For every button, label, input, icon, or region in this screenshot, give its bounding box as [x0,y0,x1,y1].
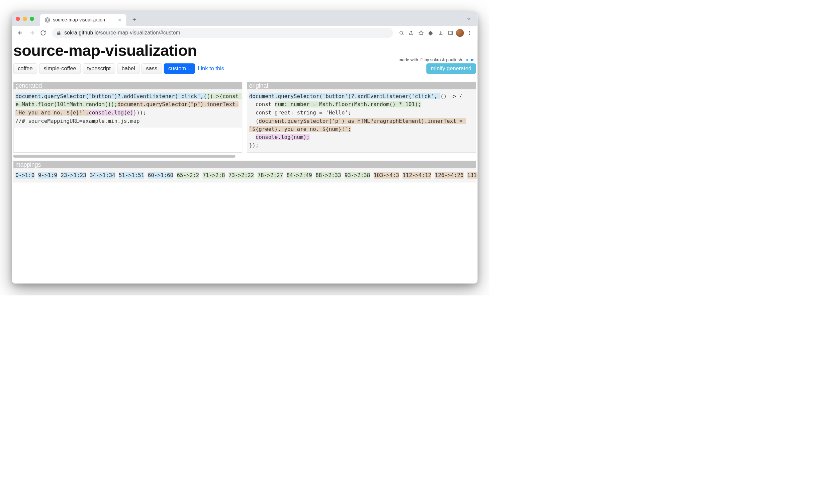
code-segment[interactable]: 101* [57,101,69,107]
maximize-window-button[interactable] [30,17,34,21]
code-segment[interactable] [249,134,256,140]
code-segment[interactable]: innerText= [207,101,239,107]
mapping-entry[interactable]: 51->1:51 [119,172,144,179]
code-segment[interactable]: ()=>{ [207,93,223,99]
code-segment[interactable]: floor( [335,101,354,107]
side-panel-icon[interactable] [446,28,455,37]
simple-coffee-button[interactable]: simple-coffee [39,63,81,74]
code-segment[interactable]: log( [281,134,294,140]
code-segment[interactable]: num); [294,134,310,140]
code-segment[interactable]: addEventListener( [124,93,178,99]
address-bar[interactable]: sokra.github.io/source-map-visualization… [52,28,393,38]
code-segment[interactable]: num: number = [274,101,319,107]
generated-code[interactable]: document.querySelector("button")?.addEve… [13,89,242,127]
downloads-icon[interactable] [436,28,445,37]
link-to-this[interactable]: Link to this [198,65,224,72]
code-segment[interactable]: `${greet}, you are no. ${ [249,126,329,132]
code-segment[interactable]: () => { [440,93,463,99]
mapping-entry[interactable]: 112->4:12 [403,172,431,179]
code-segment[interactable]: Math. [69,101,86,107]
minify-button[interactable]: minify generated [427,63,476,74]
mapping-entry[interactable]: 131->4:56 [467,172,477,179]
horizontal-scrollbar[interactable] [13,155,236,157]
code-segment[interactable]: querySelector( [287,118,332,123]
back-button[interactable] [16,28,25,38]
code-segment[interactable]: "click",( [178,93,207,99]
code-segment[interactable]: num}!`; [329,126,351,132]
search-icon[interactable] [397,28,406,37]
code-segment[interactable]: document. [259,118,287,123]
mapping-entry[interactable]: 0->1:0 [15,172,35,179]
mapping-entry[interactable]: 71->2:8 [203,172,225,179]
code-segment[interactable]: const greet: string = 'Hello'; [249,109,351,116]
code-segment[interactable]: Math. [354,101,370,107]
bookmark-star-icon[interactable] [417,28,426,37]
mapping-entry[interactable]: 88->2:33 [315,172,341,179]
code-segment[interactable]: 'p') as HTMLParagraphElement). [332,118,428,123]
code-segment[interactable]: })); [134,109,146,116]
code-segment[interactable]: random() * [370,101,405,107]
code-segment[interactable]: 101); [405,101,422,107]
mapping-entry[interactable]: 103->4:3 [374,172,399,179]
close-window-button[interactable] [16,17,20,21]
code-segment[interactable]: random()); [86,101,117,107]
sass-button[interactable]: sass [142,63,162,74]
code-segment[interactable]: Math. [319,101,335,107]
new-tab-button[interactable] [130,15,139,24]
typescript-button[interactable]: typescript [83,63,115,74]
svg-point-3 [469,31,470,32]
code-segment[interactable]: innerText = [428,118,466,123]
mapping-entry[interactable]: 93->2:38 [345,172,370,179]
code-segment[interactable]: e= [15,101,22,107]
extensions-icon[interactable] [427,28,435,37]
code-segment[interactable]: querySelector( [278,93,323,99]
custom-button[interactable]: custom... [164,63,196,74]
mapping-entry[interactable]: 9->1:9 [38,172,57,179]
code-segment[interactable]: console. [256,134,281,140]
code-segment[interactable]: 'button')?. [323,93,358,99]
code-segment[interactable]: e) [127,109,134,116]
code-segment[interactable]: floor( [38,101,57,107]
code-segment[interactable]: "button")?. [89,93,124,99]
share-icon[interactable] [407,28,416,37]
repo-link[interactable]: repo [466,57,474,62]
code-segment[interactable]: "p"). [191,101,207,107]
close-tab-icon[interactable] [118,18,122,22]
code-segment[interactable]: addEventListener( [358,93,412,99]
code-segment[interactable]: document. [117,101,146,107]
mappings-content[interactable]: 0->1:09->1:923->1:2334->1:3451->1:5160->… [13,168,476,182]
avatar[interactable] [456,29,464,37]
mapping-entry[interactable]: 78->2:27 [258,172,283,179]
mapping-entry[interactable]: 34->1:34 [90,172,115,179]
code-segment[interactable]: you are no. ${ [25,109,73,116]
code-segment[interactable]: 'click', [412,93,441,99]
original-code[interactable]: document.querySelector('button')?.addEve… [247,89,476,152]
code-segment[interactable]: querySelector( [146,101,191,107]
tab-overflow-icon[interactable] [466,16,472,21]
mapping-entry[interactable]: 23->1:23 [61,172,86,179]
code-segment[interactable]: log( [115,109,127,116]
mapping-entry[interactable]: 84->2:49 [287,172,312,179]
babel-button[interactable]: babel [117,63,140,74]
code-segment[interactable]: document. [15,93,44,99]
menu-icon[interactable] [465,28,474,37]
mapping-entry[interactable]: 65->2:2 [177,172,199,179]
code-segment[interactable]: }); [249,142,259,148]
minimize-window-button[interactable] [23,17,27,21]
mapping-entry[interactable]: 73->2:22 [228,172,254,179]
mapping-entry[interactable]: 126->4:26 [435,172,464,179]
code-segment[interactable]: document. [249,93,278,99]
mapping-entry[interactable]: 60->1:60 [148,172,173,179]
reload-button[interactable] [39,28,48,38]
code-segment[interactable]: Math. [22,101,38,107]
code-segment[interactable]: const [249,101,274,107]
code-segment[interactable]: console. [89,109,114,116]
code-segment[interactable]: ( [249,118,259,123]
code-segment[interactable]: `He [15,109,25,116]
code-segment[interactable]: const [222,93,242,99]
code-segment[interactable]: e}!`, [73,109,89,116]
browser-tab[interactable]: source-map-visualization [40,14,126,26]
forward-button[interactable] [27,28,37,38]
code-segment[interactable]: querySelector( [44,93,89,99]
coffee-button[interactable]: coffee [13,63,37,74]
